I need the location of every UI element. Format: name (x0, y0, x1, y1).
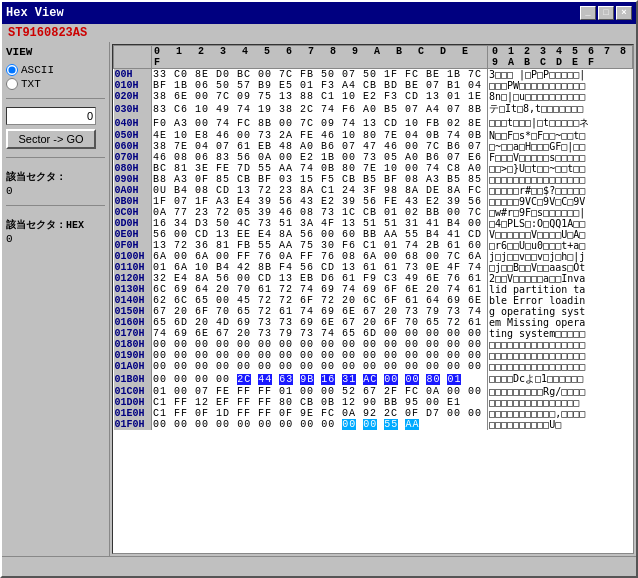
ascii-radio-label[interactable]: ASCII (6, 64, 105, 76)
view-label: VIEW (6, 46, 105, 58)
hex-byte: 00 (342, 419, 356, 430)
ascii-cell: □□□□□□□□□Rg/□□□□ (487, 386, 632, 397)
table-row: 040HF0 A3 00 74 FC 8B 00 7C 09 74 13 CD … (114, 116, 633, 130)
hex-byte: 31 (342, 374, 356, 385)
address-cell: 0190H (114, 350, 152, 361)
hex-bytes-cell: 65 6D 20 4D 69 73 73 69 6E 67 20 6F 70 6… (152, 317, 488, 328)
sector-value: 0 (6, 185, 105, 197)
address-cell: 060H (114, 141, 152, 152)
ascii-cell: 2□□V□□□□□a□□Inva (487, 273, 632, 284)
hex-byte: 00 (195, 374, 209, 385)
hex-bytes-cell: 00 00 00 00 2C 44 63 9B 16 31 AC 00 00 8… (152, 372, 488, 386)
table-row: 0E0H56 00 CD 13 EE E4 8A 56 00 60 BB AA … (114, 229, 633, 240)
hex-body: 00H33 C0 8E D0 BC 00 7C FB 50 07 50 1F F… (114, 69, 633, 431)
table-row: 030H83 C6 10 49 74 19 38 2C 74 F6 A0 B5 … (114, 102, 633, 116)
hex-bytes-cell: BC 81 3E FE 7D 55 AA 74 0B 80 7E 10 00 7… (152, 163, 488, 174)
hex-byte: 00 (174, 374, 188, 385)
hex-byte: 55 (384, 419, 398, 430)
address-cell: 010H (114, 80, 152, 91)
main-window: Hex View _ □ × ST9160823AS VIEW ASCII TX… (0, 0, 638, 578)
ascii-cell: □j□□B□□V□□aas□Ot (487, 262, 632, 273)
table-row: 01A0H00 00 00 00 00 00 00 00 00 00 00 00… (114, 361, 633, 372)
title-bar-buttons: _ □ × (580, 6, 632, 20)
hex-bytes-cell: BF 1B 06 50 57 B9 E5 01 F3 A4 CB BD BE 0… (152, 80, 488, 91)
hex-bytes-cell: 00 00 00 00 00 00 00 00 00 00 00 00 00 0… (152, 350, 488, 361)
ascii-cell: □w#r□9F□s□□□□□□| (487, 207, 632, 218)
table-row: 0A0H0U B4 08 CD 13 72 23 8A C1 24 3F 98 … (114, 185, 633, 196)
sector-hex-info: 該当セクタ：HEX 0 (6, 218, 105, 245)
ascii-cell: 8n□|□u□□□□□□□□□□ (487, 91, 632, 102)
address-cell: 0150H (114, 306, 152, 317)
ascii-cell: V□□□□□□V□□□□U□A□ (487, 229, 632, 240)
minimize-button[interactable]: _ (580, 6, 596, 20)
hex-byte: 63 (279, 374, 293, 385)
table-row: 01C0H01 00 07 FE FF FF 01 00 00 52 67 2F… (114, 386, 633, 397)
hex-bytes-cell: C1 FF 12 EF FF FF 80 CB 0B 12 90 BB 95 0… (152, 397, 488, 408)
address-cell: 0F0H (114, 240, 152, 251)
ascii-cell: □4□PLS□:O□QQ1A□□ (487, 218, 632, 229)
table-row: 060H38 7E 04 07 61 EB 48 A0 B6 07 47 46 … (114, 141, 633, 152)
hex-byte: 00 (384, 374, 398, 385)
address-cell: 01E0H (114, 408, 152, 419)
address-cell: 070H (114, 152, 152, 163)
address-cell: 0120H (114, 273, 152, 284)
hex-bytes-cell: 00 00 00 00 00 00 00 00 00 00 00 00 00 0… (152, 339, 488, 350)
hex-byte: 00 (363, 419, 377, 430)
hex-byte: 00 (258, 419, 272, 430)
ascii-cell: 3□□□ |□P□P□□□□□| (487, 69, 632, 81)
address-cell: 0100H (114, 251, 152, 262)
table-row: 00H33 C0 8E D0 BC 00 7C FB 50 07 50 1F F… (114, 69, 633, 81)
hex-view[interactable]: 0 1 2 3 4 5 6 7 8 9 A B C D E F 0 1 2 3 … (112, 44, 634, 554)
table-row: 050H4E 10 E8 46 00 73 2A FE 46 10 80 7E … (114, 130, 633, 141)
hex-bytes-cell: 32 E4 8A 56 00 CD 13 EB D6 61 F9 C3 49 6… (152, 273, 488, 284)
address-cell: 0170H (114, 328, 152, 339)
sector-hex-label: 該当セクタ：HEX (6, 218, 105, 232)
address-cell: 0110H (114, 262, 152, 273)
sector-go-button[interactable]: Sector -> GO (6, 129, 96, 149)
window-body: VIEW ASCII TXT Sector -> GO 該当セクタ： 0 (2, 42, 636, 556)
number-input[interactable] (6, 107, 96, 125)
table-row: 020H38 6E 00 7C 09 75 13 88 C1 10 E2 F3 … (114, 91, 633, 102)
hex-byte: 00 (153, 419, 167, 430)
ascii-cell: ting system□□□□□ (487, 328, 632, 339)
table-row: 01D0HC1 FF 12 EF FF FF 80 CB 0B 12 90 BB… (114, 397, 633, 408)
hex-bytes-cell: 33 C0 8E D0 BC 00 7C FB 50 07 50 1F FC B… (152, 69, 488, 81)
txt-radio-label[interactable]: TXT (6, 78, 105, 90)
hex-byte: 00 (195, 419, 209, 430)
hex-bytes-cell: 00 00 00 00 00 00 00 00 00 00 00 00 00 0… (152, 361, 488, 372)
ascii-cell: □□□□□□□□□□□□□□□□ (487, 361, 632, 372)
ascii-cell: N□□F□s*□F□□~□□t□ (487, 130, 632, 141)
hex-bytes-cell: 6A 00 6A 00 FF 76 0A FF 76 08 6A 00 68 0… (152, 251, 488, 262)
radio-group: ASCII TXT (6, 64, 105, 90)
ascii-radio[interactable] (6, 64, 18, 76)
hex-byte: AC (363, 374, 377, 385)
address-cell: 0C0H (114, 207, 152, 218)
addr-header (114, 46, 152, 69)
table-row: 0150H67 20 6F 70 65 72 61 74 69 6E 67 20… (114, 306, 633, 317)
ascii-cell: □□□□□□□□□□□□□□□□ (487, 339, 632, 350)
hex-byte: 00 (216, 419, 230, 430)
ascii-cell: □□□PW□□□□□□□□□□□ (487, 80, 632, 91)
table-row: 0D0H16 34 D3 50 4C 73 51 3A 4F 13 51 51 … (114, 218, 633, 229)
right-panel: 0 1 2 3 4 5 6 7 8 9 A B C D E F 0 1 2 3 … (110, 42, 636, 556)
maximize-button[interactable]: □ (598, 6, 614, 20)
address-cell: 01B0H (114, 372, 152, 386)
hex-bytes-cell: 0A 77 23 72 05 39 46 08 73 1C CB 01 02 B… (152, 207, 488, 218)
hex-bytes-cell: 83 C6 10 49 74 19 38 2C 74 F6 A0 B5 07 A… (152, 102, 488, 116)
table-row: 0110H01 6A 10 B4 42 8B F4 56 CD 13 61 61… (114, 262, 633, 273)
header-row: 0 1 2 3 4 5 6 7 8 9 A B C D E F 0 1 2 3 … (114, 46, 633, 69)
ascii-cell: □□□□□r#□□$?□□□□□ (487, 185, 632, 196)
hex-bytes-cell: 6C 69 64 20 70 61 72 74 69 74 69 6F 6E 2… (152, 284, 488, 295)
separator2 (6, 157, 105, 158)
table-row: 0190H00 00 00 00 00 00 00 00 00 00 00 00… (114, 350, 633, 361)
txt-radio[interactable] (6, 78, 18, 90)
address-cell: 0180H (114, 339, 152, 350)
ascii-cell: □□□□□□□□□□□□□□□ (487, 397, 632, 408)
table-row: 010HBF 1B 06 50 57 B9 E5 01 F3 A4 CB BD … (114, 80, 633, 91)
table-row: 0170H74 69 6E 67 20 73 79 73 74 65 6D 00… (114, 328, 633, 339)
close-button[interactable]: × (616, 6, 632, 20)
table-row: 0130H6C 69 64 20 70 61 72 74 69 74 69 6F… (114, 284, 633, 295)
table-row: 0F0H13 72 36 81 FB 55 AA 75 30 F6 C1 01 … (114, 240, 633, 251)
hex-bytes-cell: 74 69 6E 67 20 73 79 73 74 65 6D 00 00 0… (152, 328, 488, 339)
hex-byte: 01 (447, 374, 461, 385)
